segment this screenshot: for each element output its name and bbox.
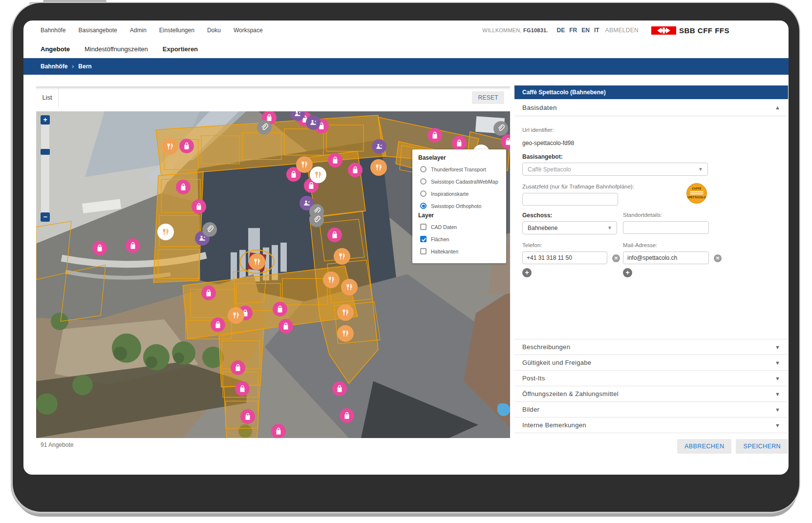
lang-fr[interactable]: FR [569, 27, 577, 34]
shop-marker[interactable] [278, 319, 293, 334]
food-marker[interactable] [296, 156, 313, 173]
nav-item-doku[interactable]: Doku [207, 27, 221, 34]
shop-marker[interactable] [348, 163, 363, 177]
map-canvas[interactable]: + − Baselayer Thunderforest TransportSwi… [36, 111, 510, 438]
zoom-in-button[interactable]: + [41, 115, 50, 125]
food-marker[interactable] [341, 279, 358, 295]
logout-link[interactable]: ABMELDEN [605, 27, 639, 34]
add-mail-button[interactable]: + [623, 268, 632, 277]
checkbox-icon[interactable] [420, 224, 427, 230]
shop-marker[interactable] [327, 228, 342, 242]
accordion-row-0[interactable]: Beschreibungen▼ [514, 339, 788, 355]
shop-marker[interactable] [332, 381, 347, 396]
lang-en[interactable]: EN [581, 27, 590, 34]
layer-option-2[interactable]: Haltekanten [418, 245, 501, 257]
radio-icon[interactable] [420, 203, 427, 209]
accordion-row-4[interactable]: Bilder▼ [514, 401, 788, 417]
layer-options: CAD DatenFlächenHaltekanten [418, 221, 501, 257]
radio-icon[interactable] [420, 178, 427, 185]
sub-nav: Angebote Mindestöffnungszeiten Exportier… [41, 40, 198, 58]
clear-telefon-icon[interactable]: ✕ [612, 254, 620, 262]
lang-de[interactable]: DE [557, 27, 565, 34]
layer-option-0[interactable]: CAD Daten [418, 221, 501, 233]
food-marker[interactable] [162, 138, 178, 155]
baselayer-option-3[interactable]: Swisstopo Orthophoto [418, 200, 501, 212]
basisangebot-select[interactable]: Caffè Spettacolo▼ [522, 163, 708, 176]
geschoss-select[interactable]: Bahnebene▼ [522, 221, 617, 234]
zoom-slider-handle[interactable] [41, 149, 50, 155]
tab-exportieren[interactable]: Exportieren [163, 45, 198, 53]
shop-marker[interactable] [273, 302, 287, 316]
service-marker[interactable] [372, 139, 386, 154]
nav-item-admin[interactable]: Admin [130, 27, 147, 34]
list-tab[interactable]: List [36, 87, 59, 108]
food-marker[interactable] [337, 325, 354, 342]
shop-marker[interactable] [452, 136, 467, 150]
clip-marker[interactable] [309, 212, 324, 227]
checkbox-icon[interactable] [420, 236, 427, 242]
shop-marker[interactable] [211, 317, 225, 332]
zusatzfeld-input[interactable] [522, 193, 618, 206]
food-light-marker[interactable] [310, 167, 326, 183]
food-marker[interactable] [370, 159, 387, 176]
shop-marker[interactable] [235, 381, 250, 396]
reset-button[interactable]: RESET [472, 91, 504, 104]
standortdetails-label: Standortdetails: [623, 212, 662, 218]
food-marker[interactable] [334, 248, 350, 265]
breadcrumb-current: Bern [78, 63, 91, 70]
nav-item-bahnhoefe[interactable]: Bahnhöfe [41, 27, 65, 34]
shop-marker[interactable] [231, 360, 245, 375]
shop-marker[interactable] [201, 286, 216, 300]
zoom-slider-track[interactable] [41, 125, 49, 212]
service-marker[interactable] [306, 115, 321, 130]
save-button[interactable]: SPEICHERN [736, 439, 788, 454]
page: Bahnhöfe Basisangebote Admin Einstellung… [0, 0, 812, 523]
shop-marker[interactable] [427, 128, 442, 143]
food-light-marker[interactable] [157, 224, 174, 240]
food-marker[interactable] [228, 307, 244, 324]
nav-item-basisangebote[interactable]: Basisangebote [78, 27, 117, 34]
accordion-row-3[interactable]: Öffnungszeiten & Zahlungsmittel▼ [514, 386, 788, 401]
baselayer-option-2[interactable]: Inspirationskarte [418, 188, 501, 200]
nav-item-einstellungen[interactable]: Einstellungen [159, 27, 194, 34]
clear-mail-icon[interactable]: ✕ [714, 254, 722, 262]
shop-marker[interactable] [126, 238, 140, 253]
clip-marker[interactable] [202, 222, 217, 237]
mail-input[interactable] [623, 251, 709, 264]
tab-angebote[interactable]: Angebote [41, 45, 70, 53]
standortdetails-input[interactable] [623, 221, 709, 234]
add-telefon-button[interactable]: + [522, 268, 532, 277]
clip-marker[interactable] [493, 121, 508, 136]
accordion-row-1[interactable]: Gültigkeit und Freigabe▼ [514, 355, 788, 370]
baselayer-option-0[interactable]: Thunderforest Transport [418, 163, 501, 175]
zoom-out-button[interactable]: − [41, 212, 50, 222]
clip-marker[interactable] [257, 120, 272, 135]
shop-marker[interactable] [328, 153, 342, 167]
shop-marker[interactable] [92, 241, 107, 255]
accordion-row-5[interactable]: Interne Bemerkungen▼ [514, 417, 788, 433]
cancel-button[interactable]: ABBRECHEN [677, 439, 731, 454]
tab-mindestoeffnungszeiten[interactable]: Mindestöffnungszeiten [85, 45, 148, 53]
breadcrumb-separator: › [72, 63, 74, 70]
shop-marker[interactable] [240, 409, 255, 424]
shop-marker[interactable] [179, 139, 194, 153]
basisdaten-section-header[interactable]: Basisdaten ▲ [514, 99, 788, 116]
nav-item-workspace[interactable]: Workspace [234, 27, 263, 34]
telefon-input[interactable] [522, 251, 607, 264]
checkbox-icon[interactable] [420, 248, 427, 254]
shop-marker[interactable] [192, 199, 206, 214]
breadcrumb-root[interactable]: Bahnhöfe [41, 63, 67, 70]
baselayer-option-1[interactable]: Swisstopo CadastralWebMap [418, 175, 501, 188]
basisdaten-body: Url identifier: geo-spettacolo-fd98 Basi… [514, 116, 788, 339]
selected-offer-marker[interactable] [240, 251, 274, 273]
radio-icon[interactable] [420, 166, 427, 172]
food-marker[interactable] [323, 272, 340, 288]
layer-option-1[interactable]: Flächen [418, 233, 501, 245]
shop-marker[interactable] [340, 408, 354, 423]
accordion-row-2[interactable]: Post-Its▼ [514, 370, 788, 386]
food-marker[interactable] [337, 304, 354, 321]
radio-icon[interactable] [420, 190, 427, 197]
shop-marker[interactable] [271, 424, 286, 438]
shop-marker[interactable] [176, 180, 191, 194]
lang-it[interactable]: IT [594, 27, 599, 34]
